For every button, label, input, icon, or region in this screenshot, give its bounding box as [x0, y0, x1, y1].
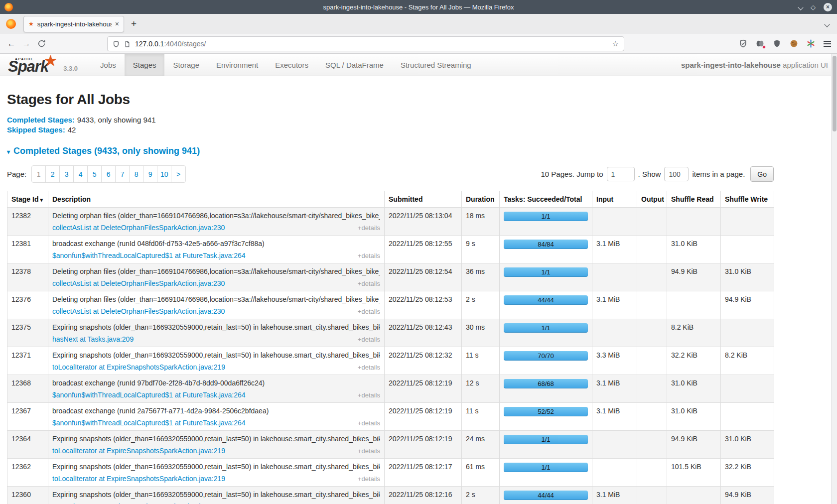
- stage-callsite-link[interactable]: $anonfun$withThreadLocalCaptured$1 at Fu…: [52, 419, 246, 427]
- col-shuffle-read[interactable]: Shuffle Read: [667, 191, 721, 208]
- details-toggle[interactable]: +details: [358, 335, 380, 344]
- details-toggle[interactable]: +details: [358, 391, 380, 399]
- tasks-progress-bar: 1/1: [504, 212, 588, 221]
- table-row: 12382 Deleting orphan files (older_than=…: [7, 208, 774, 236]
- stage-callsite-link[interactable]: toLocalIterator at ExpireSnapshotsSparkA…: [52, 363, 225, 372]
- jump-to-page-input[interactable]: [607, 167, 635, 181]
- shuffle-write-size: 8.2 KiB: [721, 347, 774, 375]
- spark-nav-tab-jobs[interactable]: Jobs: [92, 54, 125, 76]
- bookmark-star-icon[interactable]: ☆: [612, 39, 619, 48]
- stage-callsite-link[interactable]: $anonfun$withThreadLocalCaptured$1 at Fu…: [52, 252, 246, 260]
- stage-callsite-link[interactable]: toLocalIterator at ExpireSnapshotsSparkA…: [52, 475, 225, 483]
- col-stage-id[interactable]: Stage Id▾: [7, 191, 48, 208]
- page-button-8[interactable]: 8: [130, 166, 143, 182]
- col-description[interactable]: Description: [48, 191, 385, 208]
- spark-nav-tab-executors[interactable]: Executors: [267, 54, 317, 76]
- shield-check-extension-icon[interactable]: [739, 39, 747, 48]
- output-size: [637, 459, 667, 487]
- stage-callsite-link[interactable]: collectAsList at DeleteOrphanFilesSparkA…: [52, 279, 225, 288]
- scrollbar-thumb[interactable]: [833, 56, 837, 131]
- items-per-page-input[interactable]: [664, 167, 689, 181]
- page-info-icon[interactable]: [124, 40, 131, 48]
- duration: 2 s: [462, 291, 500, 319]
- stage-callsite-link[interactable]: collectAsList at DeleteOrphanFilesSparkA…: [52, 224, 225, 232]
- spark-wordmark: Spark: [8, 59, 48, 74]
- details-toggle[interactable]: +details: [358, 363, 380, 372]
- stage-callsite-link[interactable]: $anonfun$withThreadLocalCaptured$1 at Fu…: [52, 391, 246, 399]
- shuffle-write-size: [721, 403, 774, 431]
- tasks-cell: 44/44: [500, 291, 592, 319]
- page-button->[interactable]: >: [171, 166, 185, 182]
- cookie-extension-icon[interactable]: [790, 39, 798, 48]
- submitted-time: 2022/11/25 08:12:19: [385, 431, 462, 459]
- page-button-4[interactable]: 4: [74, 166, 88, 182]
- window-minimize-button[interactable]: [799, 2, 803, 11]
- list-all-tabs-button[interactable]: [825, 19, 829, 28]
- details-toggle[interactable]: +details: [358, 279, 380, 288]
- tasks-cell: 1/1: [500, 208, 592, 236]
- col-output[interactable]: Output: [637, 191, 667, 208]
- details-toggle[interactable]: +details: [358, 307, 380, 316]
- menu-hamburger-icon[interactable]: [824, 41, 831, 47]
- page-button-5[interactable]: 5: [88, 166, 102, 182]
- shield-permissions-icon[interactable]: [113, 40, 120, 48]
- col-input[interactable]: Input: [592, 191, 637, 208]
- col-tasks[interactable]: Tasks: Succeeded/Total: [500, 191, 592, 208]
- tab-close-icon[interactable]: ×: [115, 20, 119, 27]
- page-button-3[interactable]: 3: [60, 166, 74, 182]
- forward-button[interactable]: →: [19, 39, 34, 49]
- input-size: [592, 459, 637, 487]
- shuffle-write-size: [721, 319, 774, 347]
- stage-id: 12381: [7, 236, 48, 263]
- details-toggle[interactable]: +details: [358, 447, 380, 455]
- apache-label: APACHE: [15, 57, 34, 61]
- browser-tab[interactable]: ★ spark-ingest-into-lakehous ×: [23, 16, 124, 32]
- details-toggle[interactable]: +details: [358, 224, 380, 232]
- page-button-2[interactable]: 2: [46, 166, 60, 182]
- page-button-6[interactable]: 6: [102, 166, 116, 182]
- reload-button[interactable]: [34, 39, 49, 48]
- col-duration[interactable]: Duration: [462, 191, 500, 208]
- window-close-button[interactable]: ×: [824, 3, 832, 11]
- details-toggle[interactable]: +details: [358, 252, 380, 260]
- stage-callsite-link[interactable]: toLocalIterator at ExpireSnapshotsSparkA…: [52, 447, 225, 455]
- colorful-asterisk-extension-icon[interactable]: [807, 39, 815, 48]
- completed-stages-section-toggle[interactable]: ▾ Completed Stages (9433, only showing 9…: [7, 146, 837, 156]
- tasks-progress-bar: 52/52: [504, 407, 588, 416]
- page-button-1[interactable]: 1: [32, 166, 46, 182]
- col-submitted[interactable]: Submitted: [385, 191, 462, 208]
- details-toggle[interactable]: +details: [358, 419, 380, 427]
- input-size: [592, 431, 637, 459]
- items-text: items in a page.: [692, 170, 745, 178]
- new-tab-button[interactable]: +: [131, 18, 137, 29]
- details-toggle[interactable]: +details: [358, 475, 380, 483]
- stage-callsite-link[interactable]: collectAsList at DeleteOrphanFilesSparkA…: [52, 307, 225, 316]
- spark-nav-tab-stages[interactable]: Stages: [125, 54, 165, 76]
- spark-nav-tab-environment[interactable]: Environment: [208, 54, 267, 76]
- masks-extension-icon[interactable]: [756, 39, 764, 48]
- stage-id: 12362: [7, 459, 48, 487]
- page-button-10[interactable]: 10: [157, 166, 171, 182]
- chevron-down-icon: [824, 21, 830, 27]
- page-button-9[interactable]: 9: [143, 166, 157, 182]
- stage-callsite-link[interactable]: hasNext at Tasks.java:209: [52, 335, 134, 344]
- ublock-extension-icon[interactable]: [773, 39, 781, 48]
- spark-nav-tab-sql-dataframe[interactable]: SQL / DataFrame: [317, 54, 392, 76]
- skipped-stages-label[interactable]: Skipped Stages:: [7, 126, 65, 134]
- stage-description-cell: Expiring snapshots (older_than=166932055…: [48, 487, 385, 504]
- spark-logo[interactable]: APACHE Spark ★: [0, 54, 50, 76]
- spark-version: 3.3.0: [63, 65, 78, 76]
- spark-nav-tab-structured-streaming[interactable]: Structured Streaming: [392, 54, 480, 76]
- completed-stages-label[interactable]: Completed Stages:: [7, 116, 75, 124]
- stage-id: 12376: [7, 291, 48, 319]
- back-button[interactable]: ←: [4, 39, 19, 49]
- page-label: Page:: [7, 170, 26, 178]
- scrollbar-track[interactable]: [831, 54, 837, 504]
- spark-nav-tab-storage[interactable]: Storage: [164, 54, 208, 76]
- go-button[interactable]: Go: [750, 166, 774, 182]
- table-row: 12378 Deleting orphan files (older_than=…: [7, 263, 774, 291]
- url-bar[interactable]: 127.0.0.1:4040/stages/ ☆: [107, 36, 624, 51]
- page-button-7[interactable]: 7: [116, 166, 130, 182]
- window-maximize-button[interactable]: ◇: [811, 4, 816, 10]
- col-shuffle-write[interactable]: Shuffle Write: [721, 191, 774, 208]
